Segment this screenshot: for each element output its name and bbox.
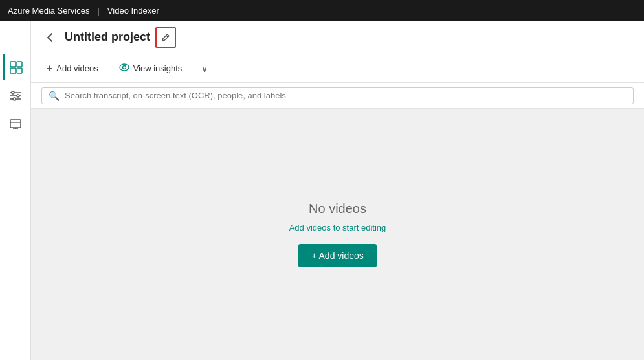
projects-icon (10, 61, 23, 74)
sliders-icon (9, 89, 22, 102)
svg-point-15 (120, 64, 129, 71)
toolbar-dropdown[interactable]: ∨ (197, 61, 212, 76)
empty-state-area: No videos Add videos to start editing + … (31, 109, 644, 360)
svg-point-8 (17, 95, 19, 97)
content-area: Untitled project + Add videos (31, 21, 644, 360)
sidebar-item-library[interactable] (3, 111, 28, 137)
search-input[interactable] (65, 91, 627, 100)
sidebar-item-filters[interactable] (3, 83, 28, 109)
empty-state-subtitle-link: to start editing (333, 223, 386, 232)
pencil-icon (161, 33, 170, 42)
search-bar: 🔍 (31, 83, 644, 109)
add-videos-button[interactable]: + Add videos (41, 60, 104, 77)
svg-point-7 (12, 91, 14, 94)
top-bar-divider: | (97, 6, 99, 16)
empty-state-title: No videos (309, 201, 366, 216)
back-button[interactable] (41, 28, 60, 47)
plus-icon: + (47, 63, 52, 74)
add-videos-label: Add videos (56, 63, 98, 73)
search-input-wrap: 🔍 (41, 87, 634, 104)
edit-title-button[interactable] (155, 27, 176, 48)
svg-rect-2 (10, 68, 16, 73)
sidebar (0, 21, 31, 360)
product-label: Video Indexer (107, 6, 159, 16)
hamburger-icon (10, 35, 21, 43)
svg-point-9 (13, 98, 16, 100)
svg-rect-10 (10, 120, 21, 128)
svg-point-16 (122, 65, 126, 69)
empty-add-videos-button[interactable]: + Add videos (298, 244, 377, 267)
svg-rect-0 (10, 62, 16, 67)
library-icon (9, 118, 22, 131)
svg-line-14 (166, 35, 168, 37)
search-icon: 🔍 (49, 91, 60, 101)
svg-rect-3 (17, 68, 22, 73)
view-insights-button[interactable]: View insights (114, 60, 188, 78)
empty-state-subtitle: Add videos to start editing (289, 223, 386, 232)
chevron-down-icon: ∨ (201, 63, 208, 74)
eye-icon (119, 62, 129, 75)
view-insights-label: View insights (133, 63, 183, 73)
main-layout: Untitled project + Add videos (0, 21, 644, 360)
empty-state-subtitle-plain: Add videos (289, 223, 333, 232)
project-title: Untitled project (65, 30, 150, 44)
sidebar-item-projects[interactable] (3, 54, 28, 80)
brand-label: Azure Media Services (8, 6, 89, 16)
sidebar-item-menu[interactable] (3, 26, 28, 52)
svg-rect-1 (17, 62, 22, 67)
top-bar: Azure Media Services | Video Indexer (0, 0, 644, 21)
project-header: Untitled project (31, 21, 644, 54)
toolbar: + Add videos View insights ∨ (31, 54, 644, 83)
empty-add-videos-label: + Add videos (311, 251, 364, 261)
